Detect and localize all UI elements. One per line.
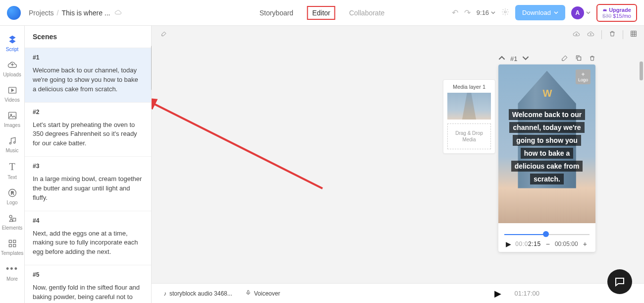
- svg-rect-9: [12, 218, 15, 221]
- rail-images[interactable]: Images: [0, 107, 24, 132]
- scene-text: Now, gently fold in the sifted flour and…: [33, 283, 143, 303]
- scene-number: #2: [33, 109, 143, 116]
- rail-more[interactable]: ••• More: [0, 260, 24, 286]
- media-thumbnail[interactable]: [447, 93, 491, 120]
- svg-rect-13: [13, 244, 15, 247]
- svg-point-0: [504, 11, 506, 13]
- svg-rect-15: [578, 57, 581, 61]
- voiceover-track[interactable]: Voiceover: [245, 290, 280, 297]
- duplicate-icon[interactable]: [575, 55, 582, 63]
- preview-current-time: 00:02:15: [515, 241, 541, 247]
- upgrade-button[interactable]: Upgrade $30$15/mo: [596, 4, 637, 22]
- crown-icon: [602, 7, 607, 12]
- delete-icon[interactable]: [589, 55, 595, 63]
- svg-rect-14: [631, 31, 637, 37]
- scene-preview: W +Logo Welcome back to our channel, tod…: [498, 64, 595, 252]
- undo-icon[interactable]: ↶: [452, 8, 458, 17]
- workspace-toolbar: [152, 26, 644, 44]
- download-button[interactable]: Download: [515, 5, 565, 20]
- scene-list[interactable]: #1 Welcome back to our channel, today we…: [25, 48, 151, 303]
- caption-text[interactable]: Welcome back to our channel, today we're…: [502, 109, 591, 184]
- tab-collaborate[interactable]: Collaborate: [346, 7, 388, 19]
- music-note-icon: ♪: [163, 290, 166, 297]
- breadcrumb-title[interactable]: This is where ...: [61, 9, 110, 17]
- grid-icon[interactable]: [630, 30, 637, 39]
- preview-slider[interactable]: [504, 233, 590, 236]
- rail-videos[interactable]: Videos: [0, 81, 24, 107]
- cloud-sync-icon[interactable]: [114, 9, 122, 17]
- scene-number: #4: [33, 217, 143, 224]
- scene-item-2[interactable]: #2 Let's start by preheating the oven to…: [25, 103, 151, 157]
- tab-editor[interactable]: Editor: [307, 6, 335, 20]
- preview-image[interactable]: W +Logo Welcome back to our channel, tod…: [498, 64, 595, 223]
- edit-icon[interactable]: [561, 55, 568, 63]
- svg-rect-12: [9, 244, 11, 247]
- scene-text: Let's start by preheating the oven to 35…: [33, 121, 143, 149]
- timeline-duration: 01:17:00: [514, 290, 539, 297]
- scene-number: #3: [33, 163, 143, 170]
- top-bar-right: ↶ ↷ 9:16 Download A Upgrade $30$15/mo: [452, 4, 637, 22]
- rail-templates[interactable]: Templates: [0, 235, 24, 260]
- brush-icon[interactable]: [161, 31, 167, 39]
- timeline-bar: ♪ storyblock audio 3468... Voiceover ▶ 0…: [152, 283, 644, 303]
- svg-line-16: [152, 103, 322, 188]
- media-layer-card[interactable]: Media layer 1 Drag & Drop Media: [443, 79, 495, 154]
- rail-elements[interactable]: Elements: [0, 209, 24, 235]
- preview-duration: 00:05:00: [555, 241, 578, 247]
- settings-gear-icon[interactable]: [501, 8, 509, 18]
- media-layer-title: Media layer 1: [447, 84, 491, 90]
- timeline-play-icon[interactable]: ▶: [494, 288, 501, 299]
- rail-music[interactable]: Music: [0, 132, 24, 157]
- rail-logo[interactable]: R Logo: [0, 184, 24, 209]
- svg-point-8: [9, 215, 12, 218]
- rail-script[interactable]: Script: [0, 31, 24, 56]
- mode-tabs: Storyboard Editor Collaborate: [257, 6, 388, 20]
- trim-plus-icon[interactable]: +: [582, 240, 588, 248]
- top-bar: Projects / This is where ... Storyboard …: [0, 0, 644, 26]
- user-avatar[interactable]: A: [571, 6, 584, 19]
- breadcrumb-separator: /: [57, 9, 59, 17]
- breadcrumb: Projects / This is where ...: [29, 9, 122, 17]
- microphone-icon: [245, 290, 251, 297]
- scene-text: Welcome back to our channel, today we're…: [33, 66, 143, 94]
- download-cloud-icon[interactable]: [573, 30, 580, 40]
- scene-number: #5: [33, 271, 143, 278]
- canvas-workspace: #1 Media layer 1 Drag & Drop Media W: [152, 26, 644, 303]
- logo-placeholder[interactable]: +Logo: [576, 69, 590, 84]
- scene-prev-icon[interactable]: [498, 55, 505, 63]
- svg-point-5: [13, 142, 15, 143]
- tab-storyboard[interactable]: Storyboard: [257, 7, 296, 19]
- scenes-panel: Scenes #1 Welcome back to our channel, t…: [25, 26, 152, 303]
- trash-icon[interactable]: [609, 30, 616, 39]
- media-drop-zone[interactable]: Drag & Drop Media: [447, 123, 491, 149]
- scene-item-1[interactable]: #1 Welcome back to our channel, today we…: [25, 48, 151, 103]
- svg-rect-10: [9, 240, 11, 242]
- scenes-title: Scenes: [25, 26, 151, 48]
- scene-header-controls: #1: [498, 55, 595, 63]
- upload-cloud-icon[interactable]: [587, 30, 594, 40]
- aspect-ratio[interactable]: 9:16: [477, 9, 495, 16]
- rail-text[interactable]: T Text: [0, 157, 24, 184]
- breadcrumb-root[interactable]: Projects: [29, 9, 54, 17]
- redo-icon[interactable]: ↷: [464, 8, 471, 17]
- scene-item-3[interactable]: #3 In a large mixing bowl, cream togethe…: [25, 157, 151, 211]
- svg-point-4: [9, 142, 11, 144]
- left-rail: Script Uploads Videos Images Music T Tex…: [0, 26, 25, 303]
- scene-number: #1: [33, 54, 143, 61]
- workspace-scrollbar[interactable]: [640, 61, 643, 80]
- chat-support-icon[interactable]: [607, 269, 632, 294]
- preview-controls: ▶ 00:02:15 − 00:05:00 +: [498, 240, 595, 248]
- audio-track[interactable]: ♪ storyblock audio 3468...: [163, 290, 232, 297]
- app-logo[interactable]: [7, 6, 21, 20]
- svg-text:R: R: [10, 190, 13, 195]
- scene-text: Next, add the eggs one at a time, making…: [33, 229, 143, 257]
- rail-uploads[interactable]: Uploads: [0, 56, 24, 81]
- preview-play-icon[interactable]: ▶: [506, 240, 511, 248]
- scene-text: In a large mixing bowl, cream together t…: [33, 175, 143, 203]
- scene-item-5[interactable]: #5 Now, gently fold in the sifted flour …: [25, 265, 151, 303]
- svg-rect-11: [13, 240, 15, 242]
- scene-next-icon[interactable]: [522, 55, 529, 63]
- scene-item-4[interactable]: #4 Next, add the eggs one at a time, mak…: [25, 211, 151, 266]
- trim-minus-icon[interactable]: −: [545, 240, 551, 248]
- avatar-menu-icon[interactable]: [586, 10, 590, 15]
